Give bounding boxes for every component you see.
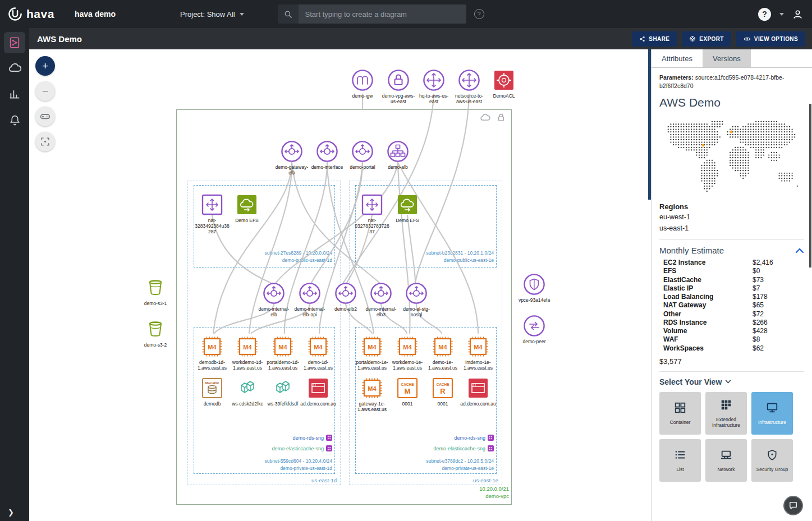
node-nat-3283492384u38287[interactable]: nat-3283492384u38287 <box>194 192 230 235</box>
node-demo-al-stg-nosql[interactable]: demo-al-stg-nosql <box>398 281 434 317</box>
sidebar-item-diagrams[interactable] <box>4 32 25 53</box>
node-demo-peer[interactable]: demo-peer <box>516 313 552 344</box>
pan-mode-button[interactable] <box>35 107 55 126</box>
sidebar-item-alerts[interactable] <box>4 109 25 131</box>
node-demodb-1d-1-aws-east-us[interactable]: M4 demodb-1d-1.aws.east.us <box>194 334 230 371</box>
svg-text:M4: M4 <box>368 385 377 392</box>
parameters-text: Parameters: source:a1fcd595-e078-4217-bf… <box>659 73 804 90</box>
node-demo-1e-1-aws-east-us[interactable]: M4 demo-1e-1.aws.east.us <box>425 334 461 371</box>
node-netsource-to-aws-us-east[interactable]: netsource-to-aws-us-east <box>451 68 487 104</box>
node-demo-igw[interactable]: demo-igw <box>345 68 380 99</box>
sidebar-expand-button[interactable]: ❯ <box>8 508 14 517</box>
node-label: ws-39fefkfdsdf <box>265 401 301 407</box>
shield-icon <box>767 449 778 463</box>
view-options-button[interactable]: VIEW OPTIONS <box>736 31 805 47</box>
panel-scrollbar[interactable] <box>648 49 651 200</box>
view-option-label: Infrastructure <box>756 419 788 425</box>
bell-icon <box>9 114 21 126</box>
node-label: 0001 <box>389 401 425 407</box>
node-hq-to-aws-us-east[interactable]: hq-to-aws-us-east <box>416 68 452 104</box>
tab-attributes[interactable]: Attributes <box>652 49 703 67</box>
view-option-network[interactable]: Network <box>705 439 747 482</box>
node-intdemo-1e-1-aws-east-us[interactable]: M4 intdemo-1e-1.aws.east.us <box>460 334 496 371</box>
chevron-down-icon <box>240 13 244 16</box>
node-demo-gateway-elb[interactable]: demo-gateway-elb <box>274 139 310 176</box>
node-0001[interactable]: CACHEM 0001 <box>389 376 425 407</box>
estimate-item-name: EC2 Instance <box>663 259 753 267</box>
view-option-extended-infrastructure[interactable]: Extended Infrastructure <box>705 392 747 435</box>
details-panel: Attributes Versions Parameters: source:a… <box>651 49 812 521</box>
node-demo-internal-elb[interactable]: demo-internal-elb <box>256 281 292 317</box>
m4-icon: M4 <box>230 334 265 359</box>
window-scrollbar[interactable] <box>809 104 811 268</box>
svg-text:M4: M4 <box>243 344 252 351</box>
node-vpce-93a14efa[interactable]: vpce-93a14efa <box>516 272 552 303</box>
node-ad-demo-com-au[interactable]: ad.demo.com.au <box>460 376 496 407</box>
node-workdemo-1e-1-aws-east-us[interactable]: M4 workdemo-1e-1.aws.east.us <box>389 334 425 371</box>
brand-name: hava <box>26 7 54 21</box>
chat-bubble-button[interactable] <box>783 496 803 515</box>
node-portaldemo-1e-1-aws-east-us[interactable]: M4 portaldemo-1e-1.aws.east.us <box>354 334 390 371</box>
node-demo-internal-elb-api[interactable]: demo-internal-elb-api <box>292 281 328 317</box>
zoom-in-button[interactable]: + <box>35 56 55 76</box>
node-demo-internal-elb3[interactable]: demo-internal-elb3 <box>363 281 399 317</box>
node-0001[interactable]: CACHER 0001 <box>425 376 461 407</box>
node-ws-39fefkfdsdf[interactable]: ws-39fefkfdsdf <box>265 376 301 407</box>
node-demo-s3-2[interactable]: demo-s3-2 <box>137 317 173 348</box>
estimate-item-value: $178 <box>753 293 804 301</box>
search-input[interactable] <box>299 4 466 24</box>
node-demo-vpg-aws-us-east[interactable]: demo-vpg-aws-us-east <box>380 68 416 104</box>
node-label: intdemo-1e-1.aws.east.us <box>460 359 496 371</box>
node-nat-032783278372837[interactable]: nat-032783278372837 <box>354 192 390 235</box>
fit-frame-icon <box>40 137 50 146</box>
node-label: portaldemo-1e-1.aws.east.us <box>354 359 390 371</box>
node-demo-1d-1-aws-east-us[interactable]: M4 demo-1d-1.aws.east.us <box>300 334 336 371</box>
node-ws-cdsk2d2fkc[interactable]: ws-cdsk2d2fkc <box>230 376 265 407</box>
view-option-list[interactable]: List <box>659 439 701 482</box>
node-label: nat-032783278372837 <box>354 218 390 235</box>
node-demoacl[interactable]: DemoACL <box>486 68 522 99</box>
node-demo-s3-1[interactable]: demo-s3-1 <box>137 275 173 306</box>
view-option-label: List <box>674 467 686 472</box>
view-option-security-group[interactable]: Security Group <box>751 439 793 482</box>
share-button[interactable]: SHARE <box>632 31 677 47</box>
alb-icon <box>380 139 416 164</box>
node-ad-demo-com-au[interactable]: ad.demo.com.au <box>300 376 336 407</box>
diagram-icon <box>8 36 21 49</box>
estimate-row: EC2 Instance $2,416 <box>659 259 804 267</box>
user-menu-button[interactable] <box>792 9 803 20</box>
sidebar-item-environments[interactable] <box>4 58 25 79</box>
node-demo-portal[interactable]: demo-portal <box>345 139 380 170</box>
estimate-item-value: $62 <box>753 344 804 353</box>
node-demo-alb[interactable]: demo-alb <box>380 139 416 170</box>
fit-to-screen-button[interactable] <box>35 132 55 151</box>
node-demo-interface[interactable]: demo-interface <box>309 139 345 170</box>
search-help-icon[interactable]: ? <box>474 9 484 19</box>
view-option-infrastructure[interactable]: Infrastructure <box>751 392 793 435</box>
project-filter-dropdown[interactable]: Project: Show All <box>180 10 244 19</box>
zoom-out-button[interactable]: − <box>35 81 55 101</box>
collapse-chevron-icon[interactable] <box>795 248 804 253</box>
node-demo-efs[interactable]: Demo EFS <box>229 192 265 223</box>
elb-icon <box>292 281 328 306</box>
estimate-item-name: Elastic IP <box>663 284 753 293</box>
node-workdemo-1d-1-aws-east-us[interactable]: M4 workdemo-1d-1.aws.east.us <box>230 334 265 371</box>
diagram-canvas[interactable]: + − 10.20.0.0/21 demo-vpc us-east-1d us-… <box>29 49 651 521</box>
svg-text:M4: M4 <box>403 344 412 351</box>
chevron-down-icon[interactable] <box>779 13 784 16</box>
help-button[interactable]: ? <box>758 8 771 21</box>
view-option-container[interactable]: Container <box>659 392 701 435</box>
mariadb-icon: MariaDB <box>194 376 230 400</box>
node-demodb[interactable]: MariaDB demodb <box>194 376 230 407</box>
nat-icon <box>194 192 230 217</box>
node-label: demo-1e-1.aws.east.us <box>425 359 461 371</box>
export-button[interactable]: EXPORT <box>682 31 731 47</box>
node-demo-elb2[interactable]: demo-elb2 <box>328 281 364 312</box>
sidebar-item-reports[interactable] <box>4 84 25 105</box>
node-gateway-1e-1-aws-east-us[interactable]: M4 gateway-1e-1.aws.east.us <box>354 376 390 412</box>
node-demo-efs[interactable]: Demo EFS <box>389 192 425 223</box>
estimate-item-value: $7 <box>753 284 804 293</box>
diagram-search <box>278 4 466 24</box>
tab-versions[interactable]: Versions <box>703 49 751 67</box>
node-portaldemo-1d-1-aws-east-us[interactable]: M4 portaldemo-1d-1.aws.east.us <box>265 334 301 371</box>
